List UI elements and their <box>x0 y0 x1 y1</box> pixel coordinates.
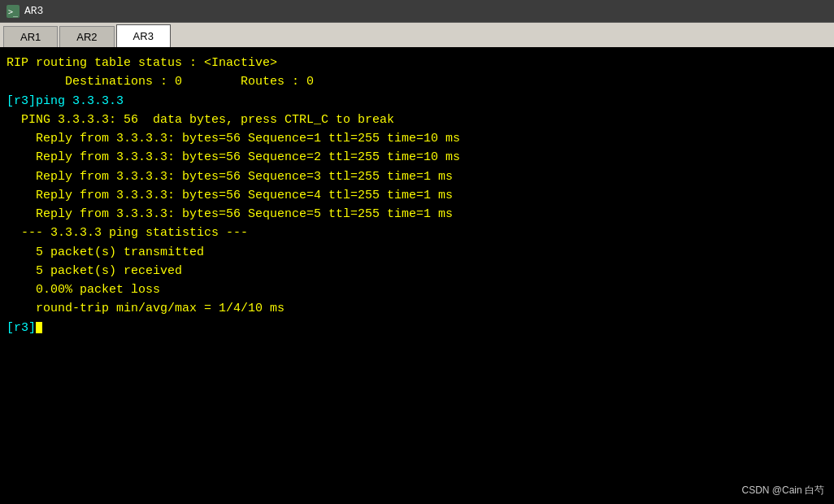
terminal-line: Reply from 3.3.3.3: bytes=56 Sequence=4 … <box>7 186 827 205</box>
terminal-icon: >_ <box>7 5 20 18</box>
watermark: CSDN @Cain 白芍 <box>741 484 824 497</box>
terminal-line: Reply from 3.3.3.3: bytes=56 Sequence=3 … <box>7 167 827 186</box>
terminal-line: 5 packet(s) received <box>7 262 827 280</box>
title-bar: >_ AR3 <box>0 0 834 23</box>
terminal-area: RIP routing table status : <Inactive> De… <box>0 49 834 504</box>
tab-ar2[interactable]: AR2 <box>59 26 114 47</box>
terminal-line: Destinations : 0 Routes : 0 <box>7 72 827 91</box>
terminal-line: Reply from 3.3.3.3: bytes=56 Sequence=2 … <box>7 148 827 167</box>
terminal-content: RIP routing table status : <Inactive> De… <box>7 54 827 337</box>
tabs-bar: AR1 AR2 AR3 <box>0 23 834 49</box>
terminal-line: 0.00% packet loss <box>7 280 827 299</box>
terminal-line: [r3] <box>7 319 827 337</box>
title-bar-text: AR3 <box>24 5 43 17</box>
terminal-line: 5 packet(s) transmitted <box>7 243 827 262</box>
terminal-line: --- 3.3.3.3 ping statistics --- <box>7 224 827 242</box>
svg-text:>_: >_ <box>8 7 19 17</box>
terminal-line: Reply from 3.3.3.3: bytes=56 Sequence=5 … <box>7 205 827 224</box>
cursor-block <box>36 322 42 333</box>
terminal-line: [r3]ping 3.3.3.3 <box>7 92 827 111</box>
terminal-line: Reply from 3.3.3.3: bytes=56 Sequence=1 … <box>7 129 827 148</box>
tab-ar1[interactable]: AR1 <box>3 26 58 47</box>
tab-ar3[interactable]: AR3 <box>116 24 171 47</box>
terminal-line: round-trip min/avg/max = 1/4/10 ms <box>7 299 827 318</box>
terminal-line: PING 3.3.3.3: 56 data bytes, press CTRL_… <box>7 111 827 129</box>
terminal-line: RIP routing table status : <Inactive> <box>7 54 827 72</box>
